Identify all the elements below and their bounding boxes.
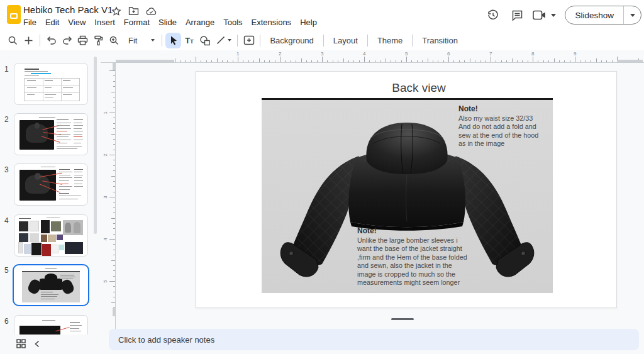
workspace: 123456789 12345 1 2 3 4 5 6 (0, 50, 644, 354)
undo-button[interactable] (43, 33, 59, 48)
cloud-saved-icon[interactable] (146, 6, 157, 16)
ruler-margin-band (113, 63, 115, 70)
menu-edit[interactable]: Edit (41, 16, 64, 29)
note-top-heading: Note! (458, 105, 550, 114)
meet-camera-button[interactable] (533, 10, 556, 20)
slide-number-2: 2 (4, 115, 13, 124)
background-button[interactable]: Background (264, 33, 319, 48)
move-folder-icon[interactable] (128, 6, 139, 16)
vertical-ruler-baseline (115, 63, 116, 333)
slide-number-1: 1 (4, 65, 13, 74)
version-history-icon[interactable] (485, 7, 501, 23)
layout-button[interactable]: Layout (327, 33, 364, 48)
menu-tools[interactable]: Tools (219, 16, 247, 29)
speaker-notes-placeholder[interactable]: Click to add speaker notes (118, 335, 214, 345)
shapes-tool-button[interactable] (197, 33, 213, 48)
slide-title[interactable]: Back view (392, 81, 446, 95)
slideshow-label[interactable]: Slideshow (565, 6, 624, 24)
top-bar: Hebiko Tech Pack V1 File Edit View Inser… (0, 0, 644, 30)
bottom-left-controls (0, 333, 101, 354)
insert-placeholder-button[interactable] (241, 33, 257, 48)
slide-canvas[interactable]: Back view (196, 71, 617, 308)
new-slide-button[interactable] (21, 33, 36, 48)
document-title[interactable]: Hebiko Tech Pack V1 (23, 4, 113, 15)
ruler-margin-band (113, 308, 115, 316)
slide-number-4: 4 (4, 216, 13, 225)
line-tool-caret-icon (228, 39, 231, 41)
menu-insert[interactable]: Insert (90, 16, 119, 29)
zoom-select[interactable]: Fit (122, 36, 158, 45)
zoom-caret-icon (151, 39, 155, 41)
note-top[interactable]: Note! Also my waist size 32/33 And do no… (458, 105, 550, 148)
menu-help[interactable]: Help (296, 16, 321, 29)
theme-button[interactable]: Theme (371, 33, 409, 48)
text-box-tool-button[interactable]: TT (181, 33, 197, 48)
camera-dropdown-caret (551, 14, 556, 17)
zoom-in-button[interactable] (106, 33, 122, 48)
redo-button[interactable] (59, 33, 75, 48)
ruler-margin-band (617, 60, 643, 62)
slide-thumbnail-6[interactable] (14, 315, 88, 335)
note-bottom-heading: Note! (357, 227, 470, 236)
jacket-back-image[interactable]: Note! Also my waist size 32/33 And do no… (262, 98, 553, 293)
menu-arrange[interactable]: Arrange (181, 16, 219, 29)
filmstrip-scrollbar[interactable] (94, 57, 97, 234)
ruler-margin-band (116, 60, 174, 62)
menu-file[interactable]: File (19, 16, 41, 29)
slide-thumbnail-1[interactable] (14, 63, 88, 105)
slideshow-button[interactable]: Slideshow (565, 6, 641, 25)
print-button[interactable] (75, 33, 91, 48)
transition-button[interactable]: Transition (416, 33, 464, 48)
menu-extensions[interactable]: Extensions (247, 16, 296, 29)
menu-view[interactable]: View (64, 16, 90, 29)
speaker-notes-panel[interactable]: Click to add speaker notes (109, 329, 639, 350)
star-icon[interactable] (111, 6, 121, 16)
menu-slide[interactable]: Slide (154, 16, 181, 29)
zoom-value: Fit (128, 36, 137, 45)
slide-number-3: 3 (4, 165, 13, 174)
slide-thumbnail-3[interactable] (14, 163, 88, 206)
select-tool-button[interactable] (165, 33, 181, 48)
slide-thumbnail-4[interactable] (14, 214, 88, 257)
collapse-filmstrip-button[interactable] (34, 340, 40, 348)
slide-number-6: 6 (4, 317, 13, 326)
vertical-ruler: 12345 (101, 62, 115, 326)
slide-number-5: 5 (4, 266, 13, 275)
comments-icon[interactable] (509, 7, 525, 23)
google-slides-app: Hebiko Tech Pack V1 File Edit View Inser… (0, 0, 644, 354)
notes-resize-handle[interactable] (391, 318, 414, 320)
slide-thumbnail-2[interactable] (14, 113, 88, 155)
slide-filmstrip: 1 2 3 4 5 6 (0, 50, 101, 335)
note-bottom[interactable]: Note! Unlike the large bomber sleeves i … (357, 227, 470, 287)
menu-format[interactable]: Format (119, 16, 154, 29)
horizontal-ruler-baseline (101, 62, 644, 63)
toolbar: Fit TT Background Layout Theme Transitio… (0, 30, 644, 50)
slideshow-dropdown[interactable] (624, 6, 641, 24)
paint-format-button[interactable] (91, 33, 106, 48)
menu-bar: File Edit View Insert Format Slide Arran… (19, 16, 321, 29)
grid-view-button[interactable] (16, 339, 26, 348)
line-tool-button[interactable] (213, 33, 234, 48)
search-menus-button[interactable] (5, 33, 21, 48)
slide-thumbnail-5-selected[interactable] (13, 264, 89, 306)
